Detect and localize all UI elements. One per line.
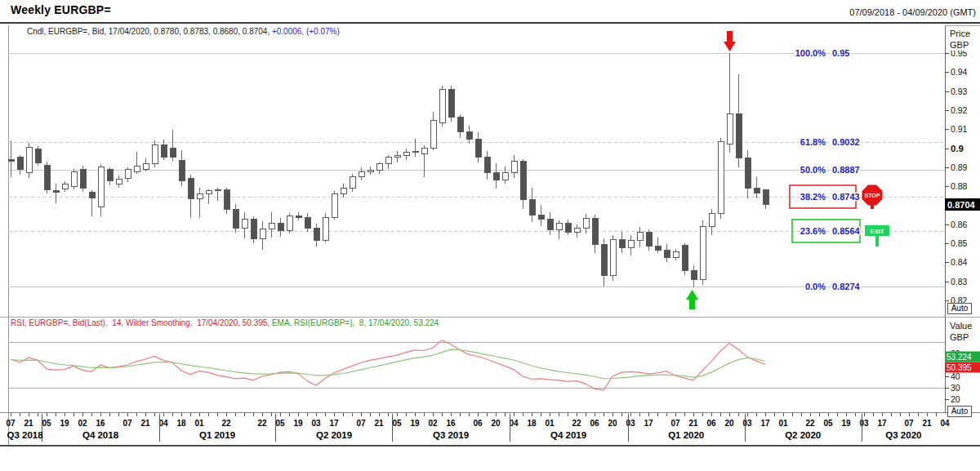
svg-text:19: 19 — [60, 419, 69, 428]
svg-text:05: 05 — [275, 419, 285, 428]
svg-text:16: 16 — [446, 419, 456, 428]
svg-text:0.84: 0.84 — [951, 257, 968, 267]
price-axis-auto-button[interactable]: Auto — [947, 303, 972, 314]
svg-text:07: 07 — [670, 419, 680, 428]
price-axis[interactable]: 0.950.940.930.920.910.90.890.880.870.860… — [945, 48, 968, 305]
svg-text:03: 03 — [626, 419, 635, 428]
svg-text:01: 01 — [545, 419, 555, 428]
price-axis-title-line1: Price — [950, 28, 970, 39]
svg-text:22: 22 — [221, 419, 231, 428]
svg-text:19: 19 — [293, 419, 303, 428]
window-header — [0, 0, 980, 24]
svg-text:0.0%: 0.0% — [805, 282, 826, 291]
down-arrow-annotation[interactable] — [724, 31, 736, 51]
svg-text:02: 02 — [78, 419, 87, 428]
svg-text:30: 30 — [951, 383, 960, 393]
svg-text:22: 22 — [257, 419, 267, 428]
chart-canvas[interactable]: 100.0%0.9561.8%0.903250.0%0.888738.2%0.8… — [0, 0, 980, 471]
svg-text:0.88: 0.88 — [951, 181, 968, 191]
svg-text:23.6%: 23.6% — [800, 226, 826, 236]
svg-text:06: 06 — [473, 419, 483, 428]
svg-text:0.94: 0.94 — [951, 67, 968, 77]
svg-text:16: 16 — [96, 419, 105, 428]
svg-text:07: 07 — [904, 419, 914, 428]
exit-sign-icon[interactable]: EXIT — [865, 225, 889, 247]
svg-text:0.8887: 0.8887 — [832, 165, 860, 175]
svg-text:0.8743: 0.8743 — [832, 192, 860, 202]
svg-text:17: 17 — [760, 419, 770, 428]
svg-text:Q4 2018: Q4 2018 — [82, 430, 119, 440]
svg-text:17: 17 — [329, 419, 339, 428]
svg-text:04: 04 — [158, 419, 168, 428]
svg-text:0.93: 0.93 — [951, 87, 968, 96]
svg-text:100.0%: 100.0% — [795, 48, 826, 58]
ema-line — [11, 349, 765, 379]
svg-text:03: 03 — [742, 419, 752, 428]
rsi-line — [11, 340, 765, 390]
rsi-panel: 6040302053.22450.395 — [8, 340, 980, 404]
svg-text:21: 21 — [24, 419, 33, 428]
svg-text:0.8274: 0.8274 — [832, 282, 861, 291]
svg-text:53.224: 53.224 — [947, 353, 972, 362]
svg-text:40: 40 — [951, 371, 960, 381]
rsi-axis-title: Value GBP — [950, 320, 972, 343]
svg-text:Q3 2018: Q3 2018 — [7, 430, 44, 440]
svg-text:Q2 2019: Q2 2019 — [316, 430, 352, 440]
svg-text:0.95: 0.95 — [832, 48, 849, 58]
rsi-axis-auto-button[interactable]: Auto — [947, 406, 972, 417]
svg-text:06: 06 — [590, 419, 599, 428]
svg-text:03: 03 — [859, 419, 869, 428]
svg-text:17: 17 — [644, 419, 653, 428]
candle-legend: Cndl, EURGBP=, Bid, 17/04/2020, 0.8780, … — [27, 27, 340, 36]
svg-text:50.0%: 50.0% — [800, 165, 826, 175]
svg-text:0.89: 0.89 — [951, 162, 968, 172]
svg-text:0.9032: 0.9032 — [832, 137, 860, 147]
svg-text:07: 07 — [356, 419, 366, 428]
svg-text:05: 05 — [42, 419, 51, 428]
up-arrow-annotation[interactable] — [686, 290, 698, 309]
date-range: 07/09/2018 - 04/09/2020 (GMT) — [849, 7, 976, 17]
rsi-legend: RSI, EURGBP=, Bid(Last), 14, Wilder Smoo… — [11, 318, 439, 327]
svg-text:18: 18 — [527, 419, 537, 428]
svg-text:21: 21 — [688, 419, 698, 428]
svg-text:50.395: 50.395 — [947, 363, 972, 372]
svg-text:07: 07 — [122, 419, 132, 428]
svg-text:01: 01 — [194, 419, 204, 428]
svg-text:21: 21 — [922, 419, 932, 428]
svg-text:04: 04 — [509, 419, 519, 428]
svg-text:17: 17 — [877, 419, 887, 428]
time-axis[interactable]: 0721051902160721041801222205190317072105… — [6, 413, 950, 442]
svg-text:Q3 2019: Q3 2019 — [433, 430, 469, 440]
svg-text:EXIT: EXIT — [871, 228, 884, 235]
fibonacci-retracement: 100.0%0.9561.8%0.903250.0%0.888738.2%0.8… — [8, 48, 945, 291]
chart-window: 100.0%0.9561.8%0.903250.0%0.888738.2%0.8… — [0, 0, 980, 471]
svg-text:0.85: 0.85 — [951, 238, 968, 248]
svg-text:STOP: STOP — [865, 193, 880, 198]
rsi-axis-title-line1: Value — [950, 320, 972, 331]
svg-text:19: 19 — [841, 419, 851, 428]
stop-sign-icon[interactable]: STOP — [862, 185, 883, 210]
svg-text:0.8704: 0.8704 — [947, 200, 976, 210]
svg-text:06: 06 — [706, 419, 716, 428]
svg-text:20: 20 — [724, 419, 734, 428]
svg-text:Q1 2020: Q1 2020 — [668, 430, 704, 440]
svg-text:05: 05 — [392, 419, 402, 428]
price-axis-title-line2: GBP — [950, 39, 970, 51]
svg-text:21: 21 — [374, 419, 384, 428]
svg-text:0.91: 0.91 — [951, 124, 968, 134]
svg-text:01: 01 — [778, 419, 788, 428]
svg-text:03: 03 — [311, 419, 321, 428]
svg-text:Q1 2019: Q1 2019 — [199, 430, 235, 440]
svg-text:21: 21 — [140, 419, 150, 428]
svg-text:07: 07 — [6, 419, 16, 428]
price-axis-title: Price GBP — [950, 28, 970, 51]
svg-text:Q4 2019: Q4 2019 — [550, 430, 586, 440]
svg-text:Q3 2020: Q3 2020 — [885, 430, 921, 440]
svg-text:0.83: 0.83 — [951, 277, 968, 287]
rsi-legend-ema: EMA, RSI(EURGBP=), 8, 17/04/2020, 53.224 — [272, 318, 439, 327]
svg-text:61.8%: 61.8% — [800, 137, 826, 147]
svg-text:05: 05 — [823, 419, 833, 428]
candle-legend-ohlc: Cndl, EURGBP=, Bid, 17/04/2020, 0.8780, … — [27, 27, 272, 36]
rsi-axis-title-line2: GBP — [950, 331, 972, 343]
svg-text:22: 22 — [805, 419, 815, 428]
